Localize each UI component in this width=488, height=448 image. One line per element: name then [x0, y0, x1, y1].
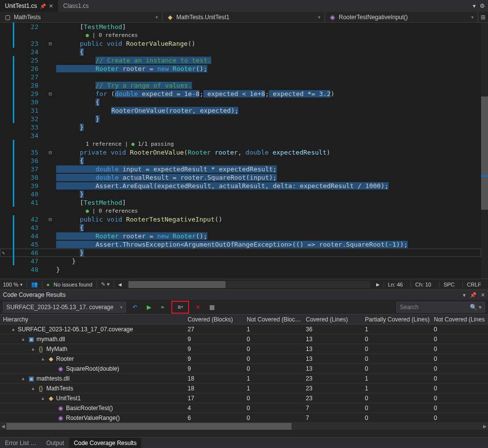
col-covered-blocks[interactable]: Covered (Blocks) [185, 316, 244, 323]
expander-icon[interactable]: ▲ [40, 396, 45, 401]
nav-namespace[interactable]: ▢ MathTests ▾ [0, 12, 163, 22]
row-name: Rooter [56, 355, 74, 362]
gear-icon[interactable]: ⚙ [480, 2, 485, 9]
expander-icon[interactable]: ▲ [40, 356, 45, 361]
bottom-tool-tabs: Error List … Output Code Coverage Result… [0, 437, 488, 448]
check-icon: ● [86, 32, 89, 38]
line-number: 34 [15, 131, 44, 140]
col-hierarchy[interactable]: Hierarchy [0, 316, 185, 323]
col-covered-lines[interactable]: Covered (Lines) [303, 316, 362, 323]
horizontal-scrollbar[interactable] [6, 423, 482, 430]
table-row[interactable]: ▲ SURFACE_2023-12-05.13_17_07.coverage 2… [0, 324, 488, 334]
col-not-covered-lines[interactable]: Not Covered (Lines [431, 316, 488, 323]
fold-toggle[interactable]: ⊟ [44, 215, 56, 224]
line-number: 44 [15, 232, 44, 240]
panel-toolbar: SURFACE_2023-12-05.13_17. coverage ▾ ↶ ▶… [0, 300, 488, 315]
scroll-left-icon[interactable]: ◀ [0, 424, 6, 429]
tab-overflow-icon[interactable]: ▾ [473, 2, 476, 9]
merge-icon[interactable]: ⚭ [158, 302, 167, 312]
method-icon: ◉ [57, 365, 64, 372]
tab-unittest1[interactable]: UnitTest1.cs 📌 ✕ [0, 0, 58, 12]
tab-label: Class1.cs [63, 2, 89, 9]
split-icon[interactable]: ⊞ [478, 14, 488, 21]
class-icon: ◆ [47, 355, 54, 362]
line-number: 48 [15, 265, 44, 274]
search-input[interactable]: Search 🔍 ▾ [396, 302, 485, 313]
indent-mode[interactable]: SPC [439, 282, 459, 288]
dropdown-label: SURFACE_2023-12-05.13_17. coverage [6, 304, 113, 311]
zoom-level[interactable]: 100 % ▾ [3, 282, 23, 288]
window-menu-icon[interactable]: ▾ [463, 292, 466, 298]
table-row[interactable]: ◉ RooterValueRange() 6 0 7 0 0 [0, 413, 488, 423]
line-number: 27 [15, 73, 44, 81]
close-icon[interactable]: ✕ [481, 292, 485, 298]
table-row[interactable]: ▲ ◆ UnitTest1 17 0 23 0 0 [0, 393, 488, 403]
expander-icon[interactable]: ▲ [21, 337, 26, 342]
codelens-refs[interactable]: 0 references [99, 32, 138, 38]
row-name: BasicRooterTest() [66, 405, 113, 412]
cursor-char[interactable]: Ch: 10 [411, 282, 435, 288]
expander-icon[interactable] [50, 416, 55, 420]
expander-icon[interactable]: ▲ [11, 327, 16, 332]
fold-toggle[interactable]: ⊟ [44, 39, 56, 48]
expander-icon[interactable]: ▲ [21, 376, 26, 381]
tab-code-coverage[interactable]: Code Coverage Results [69, 438, 141, 448]
nav-method[interactable]: ◉ RooterTestNegativeInput() ▾ [325, 12, 478, 22]
search-icon[interactable]: 🔍 ▾ [470, 304, 482, 311]
cell-covered-blocks: 18 [185, 385, 244, 392]
nav-namespace-label: MathTests [14, 14, 41, 21]
expander-icon[interactable]: ▲ [31, 347, 35, 352]
cursor-line[interactable]: Ln: 46 [384, 282, 407, 288]
line-number: 33 [15, 123, 44, 131]
codelens-passing[interactable]: 1/1 passing [138, 141, 174, 147]
fold-toggle[interactable]: ⊟ [44, 90, 56, 98]
expander-icon[interactable] [50, 366, 55, 371]
pin-icon[interactable]: 📌 [40, 3, 46, 9]
table-row[interactable]: ◉ SquareRoot(double) 9 0 13 0 0 [0, 364, 488, 374]
scroll-right-icon[interactable]: ▶ [376, 282, 380, 287]
expander-icon[interactable]: ▲ [31, 386, 35, 391]
close-icon[interactable]: ✕ [49, 3, 53, 9]
import-icon[interactable]: ↶ [130, 302, 140, 312]
cell-not-covered-blocks: 0 [244, 346, 303, 352]
horizontal-scrollbar[interactable] [128, 281, 370, 288]
col-not-covered-blocks[interactable]: Not Covered (Blocks) [244, 316, 303, 323]
scroll-map[interactable] [481, 23, 488, 279]
expander-icon[interactable] [50, 406, 55, 411]
cell-partially-covered-lines: 0 [362, 336, 431, 343]
scroll-left-icon[interactable]: ◀ [118, 282, 122, 287]
table-row[interactable]: ▲ {} MyMath 9 0 13 0 0 [0, 344, 488, 354]
brush-icon[interactable]: ✎ [2, 249, 5, 257]
scroll-right-icon[interactable]: ▶ [482, 424, 488, 429]
highlight-icon[interactable]: ≡ ▾ [171, 301, 189, 314]
table-row[interactable]: ◉ BasicRooterTest() 4 0 7 0 0 [0, 403, 488, 413]
table-row[interactable]: ▲ {} MathTests 18 1 23 1 0 [0, 384, 488, 393]
table-row[interactable]: ▲ ◆ Rooter 9 0 13 0 0 [0, 354, 488, 364]
line-ending[interactable]: CRLF [462, 282, 485, 288]
nav-class[interactable]: ◆ MathTests.UnitTest1 ▾ [163, 12, 325, 22]
cell-partially-covered-lines: 0 [362, 346, 431, 352]
cell-covered-lines: 7 [303, 415, 362, 421]
fold-toggle[interactable]: ⊟ [44, 148, 56, 157]
codelens-refs[interactable]: 0 references [99, 208, 138, 214]
issues-label[interactable]: No issues found [54, 282, 93, 288]
code-editor[interactable]: 22[[TestMethod]TestMethod] ● | 0 referen… [0, 23, 488, 279]
col-partially-covered-lines[interactable]: Partially Covered (Lines) [362, 316, 431, 323]
tab-class1[interactable]: Class1.cs [58, 0, 94, 12]
users-icon[interactable]: 👥 [31, 281, 38, 288]
pin-icon[interactable]: 📌 [470, 292, 477, 298]
table-row[interactable]: ▲ ▣ mathtests.dll 18 1 23 1 0 [0, 374, 488, 384]
class-icon: ◆ [47, 395, 54, 402]
cell-covered-lines: 13 [303, 346, 362, 352]
brush-icon[interactable]: ✎ ▾ [101, 281, 110, 288]
line-number: 39 [15, 182, 44, 190]
namespace-icon: ▢ [4, 14, 11, 21]
table-row[interactable]: ▲ ▣ mymath.dll 9 0 13 0 0 [0, 334, 488, 344]
remove-icon[interactable]: ✕ [193, 302, 203, 312]
coverage-file-dropdown[interactable]: SURFACE_2023-12-05.13_17. coverage ▾ [3, 302, 126, 313]
codelens-refs[interactable]: 1 reference [86, 141, 122, 147]
tab-error-list[interactable]: Error List … [0, 438, 41, 448]
tab-output[interactable]: Output [41, 438, 69, 448]
export-icon[interactable]: ▶ [144, 302, 154, 312]
columns-icon[interactable]: ▦ [207, 302, 217, 312]
